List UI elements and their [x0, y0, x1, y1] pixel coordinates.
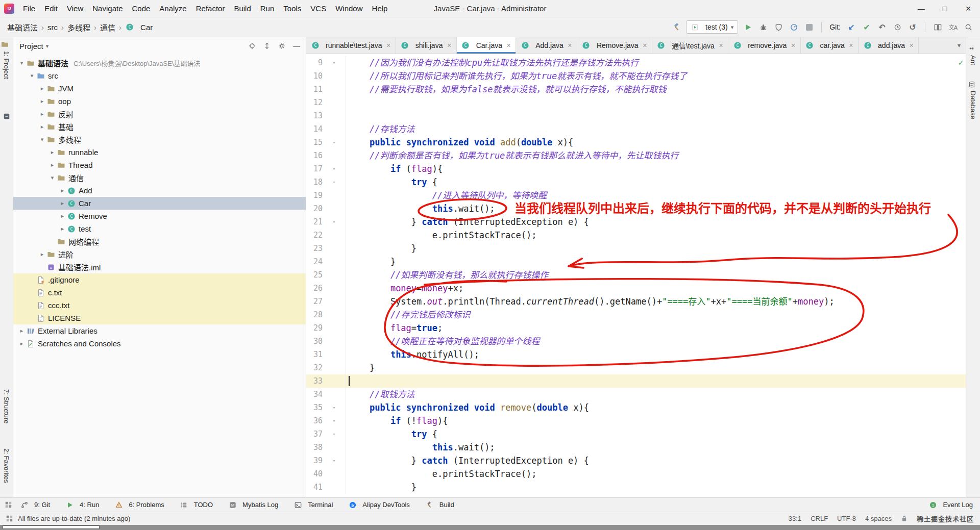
tab-remove-java[interactable]: Cremove.java✕: [728, 37, 800, 54]
code-line-13[interactable]: 13: [306, 109, 966, 122]
run-config-selector[interactable]: test (3) ▾: [686, 20, 738, 34]
tool-stripe-database[interactable]: Database: [967, 80, 979, 119]
close-button[interactable]: ✕: [957, 0, 980, 17]
tree-item-基础语法-iml[interactable]: IJ基础语法.iml: [13, 261, 306, 273]
code-text[interactable]: try {: [346, 427, 966, 441]
menu-vcs[interactable]: VCS: [306, 0, 331, 17]
code-line-11[interactable]: 11 //需要执行取钱，如果为false就表示没钱，就可以执行存钱，不能执行取钱: [306, 83, 966, 96]
breadcrumb-item-car[interactable]: Car: [140, 23, 153, 32]
breadcrumb-item-通信[interactable]: 通信: [100, 22, 115, 33]
fold-icon[interactable]: ▾: [323, 401, 346, 414]
debug-button[interactable]: [757, 21, 769, 33]
toolwindow-6-problems[interactable]: 6: Problems: [114, 501, 164, 509]
code-line-39[interactable]: 39▾ } catch (InterruptedException e) {: [306, 454, 966, 467]
tree-item-ccc-txt[interactable]: ccc.txt: [13, 299, 306, 312]
toolwindow-4-run[interactable]: 4: Run: [65, 501, 99, 509]
menu-help[interactable]: Help: [368, 0, 393, 17]
code-text[interactable]: try {: [346, 175, 966, 189]
tab-通信-test-java[interactable]: C通信\test.java✕: [652, 37, 728, 54]
code-line-34[interactable]: 34 //取钱方法: [306, 388, 966, 401]
tree-item-进阶[interactable]: ▸进阶: [13, 248, 306, 261]
tree-item-thread[interactable]: ▸Thread: [13, 159, 306, 171]
code-text[interactable]: if (flag){: [346, 162, 966, 175]
tab-add-java[interactable]: Cadd.java✕: [859, 37, 919, 54]
tree-item-test[interactable]: ▸Ctest: [13, 222, 306, 235]
code-line-24[interactable]: 24 }: [306, 255, 966, 268]
tree-item-runnable[interactable]: ▸runnable: [13, 146, 306, 159]
tree-item-基础[interactable]: ▸基础: [13, 120, 306, 133]
code-text[interactable]: //如果判断没有钱，那么就执行存钱操作: [346, 268, 966, 282]
code-text[interactable]: this.notifyAll();: [346, 348, 966, 361]
code-line-23[interactable]: 23 }: [306, 242, 966, 255]
diff-button[interactable]: [932, 21, 943, 33]
tree-chevron-icon[interactable]: ▾: [28, 72, 36, 79]
coverage-button[interactable]: [773, 21, 784, 33]
code-text[interactable]: flag=true;: [346, 321, 966, 335]
search-everywhere-button[interactable]: [963, 21, 974, 33]
code-line-28[interactable]: 28 //存完钱后修改标识: [306, 308, 966, 321]
code-line-37[interactable]: 37▾ try {: [306, 427, 966, 441]
fold-icon[interactable]: ▾: [323, 215, 346, 229]
editor-scrollbar[interactable]: ✓: [959, 54, 966, 497]
close-icon[interactable]: ✕: [568, 42, 572, 49]
close-icon[interactable]: ✕: [849, 42, 853, 49]
file-encoding[interactable]: UTF-8: [837, 515, 856, 522]
tree-chevron-icon[interactable]: ▸: [58, 225, 67, 232]
code-text[interactable]: } catch (InterruptedException e) {: [346, 454, 966, 467]
code-text[interactable]: }: [346, 361, 966, 374]
rollback-button[interactable]: ↶: [876, 21, 888, 33]
tab-runnable-test-java[interactable]: Crunnable\test.java✕: [306, 37, 396, 54]
tool-stripe-project[interactable]: 1: Project: [1, 40, 12, 79]
code-text[interactable]: public synchronized void remove(double x…: [346, 401, 966, 414]
code-line-14[interactable]: 14 //存钱方法: [306, 122, 966, 136]
tree-item-scratches-and-consoles[interactable]: ▸Scratches and Consoles: [13, 337, 306, 350]
tree-item-external-libraries[interactable]: ▸External Libraries: [13, 324, 306, 337]
collapse-all-icon[interactable]: [263, 42, 271, 50]
tab-add-java[interactable]: CAdd.java✕: [516, 37, 577, 54]
tree-item-通信[interactable]: ▾通信: [13, 171, 306, 184]
tree-chevron-icon[interactable]: ▸: [48, 162, 57, 168]
code-text[interactable]: //存完钱后修改标识: [346, 308, 966, 321]
menu-file[interactable]: File: [18, 0, 40, 17]
line-ending[interactable]: CRLF: [811, 515, 828, 522]
code-line-30[interactable]: 30 //唤醒正在等待对象监视器的单个线程: [306, 335, 966, 348]
code-line-41[interactable]: 41 }: [306, 481, 966, 494]
code-text[interactable]: //因为我们没有办法控制cpu先让取钱方法先执行还是存钱方法先执行: [346, 56, 966, 69]
menu-analyze[interactable]: Analyze: [155, 0, 191, 17]
tree-chevron-icon[interactable]: ▾: [17, 60, 26, 66]
code-line-15[interactable]: 15▾ public synchronized void add(double …: [306, 136, 966, 149]
tree-chevron-icon[interactable]: ▸: [38, 123, 46, 130]
tree-chevron-icon[interactable]: ▾: [38, 136, 46, 143]
tree-chevron-icon[interactable]: ▸: [38, 111, 46, 117]
tree-item-网络编程[interactable]: 网络编程: [13, 235, 306, 248]
tree-item-反射[interactable]: ▸反射: [13, 108, 306, 120]
code-text[interactable]: money=money+x;: [346, 282, 966, 295]
profiler-button[interactable]: [788, 21, 799, 33]
code-text[interactable]: }: [346, 242, 966, 255]
tree-chevron-icon[interactable]: ▸: [58, 213, 67, 219]
tree-chevron-icon[interactable]: ▾: [48, 174, 57, 181]
code-line-17[interactable]: 17▾ if (flag){: [306, 162, 966, 175]
tab-car-java[interactable]: Ccar.java✕: [801, 37, 859, 54]
indent-size[interactable]: 4 spaces: [865, 515, 892, 522]
code-line-9[interactable]: 9▾ //因为我们没有办法控制cpu先让取钱方法先执行还是存钱方法先执行: [306, 56, 966, 69]
tab-remove-java[interactable]: CRemove.java✕: [577, 37, 652, 54]
toolwindow-mybatis-log[interactable]: MMybatis Log: [228, 501, 278, 509]
tree-item-jvm[interactable]: ▸JVM: [13, 82, 306, 95]
code-text[interactable]: [346, 109, 966, 122]
tree-item-car[interactable]: ▸CCar: [13, 197, 306, 210]
tree-chevron-icon[interactable]: ▸: [17, 327, 26, 334]
close-icon[interactable]: ✕: [447, 42, 451, 49]
tool-stripe-ant[interactable]: Ant: [967, 44, 979, 65]
close-icon[interactable]: ✕: [386, 42, 391, 49]
menu-refactor[interactable]: Refactor: [191, 0, 230, 17]
tree-item-oop[interactable]: ▸oop: [13, 95, 306, 108]
toolwindow-todo[interactable]: TODO: [180, 501, 213, 509]
tree-item-src[interactable]: ▾src: [13, 69, 306, 82]
toolwindow-terminal[interactable]: Terminal: [293, 501, 333, 509]
fold-icon[interactable]: ▾: [323, 454, 346, 467]
code-line-19[interactable]: 19 //进入等待队列中，等待唤醒: [306, 189, 966, 202]
toolwindow-event-log[interactable]: 1Event Log: [928, 501, 973, 509]
code-editor[interactable]: 9▾ //因为我们没有办法控制cpu先让取钱方法先执行还是存钱方法先执行10 /…: [306, 54, 966, 497]
code-line-33[interactable]: 33: [306, 374, 966, 388]
